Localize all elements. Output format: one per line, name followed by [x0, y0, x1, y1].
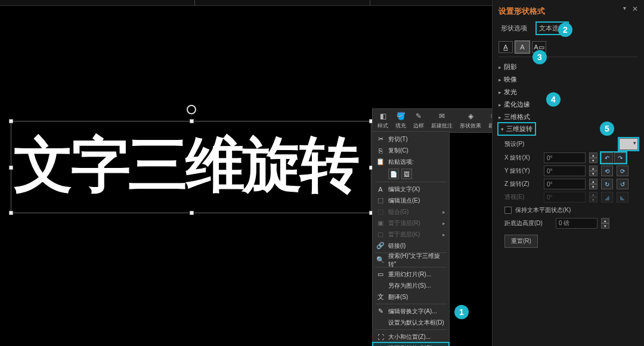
x-rot-label: X 旋转(X) — [504, 154, 540, 162]
reuse-slide-item[interactable]: ▭重用幻灯片(R)... — [373, 269, 449, 280]
paste-keep-source-icon[interactable]: 📄 — [388, 169, 399, 179]
paste-option-buttons: 📄 🖼 — [373, 167, 449, 180]
paste-options-label: 📋粘贴选项: — [373, 156, 449, 167]
link-icon: 🔗 — [376, 242, 385, 250]
edit-text-item[interactable]: A编辑文字(X) — [373, 183, 449, 195]
distance-value[interactable]: 0 磅 — [556, 218, 597, 229]
text-effects-icon[interactable]: A — [515, 41, 530, 53]
tab-shape-options[interactable]: 形状选项 — [499, 23, 530, 34]
comment-button[interactable]: ✉新建批注 — [428, 110, 456, 131]
rotation-handle[interactable] — [187, 105, 196, 114]
perspective-value: 0° — [544, 192, 586, 202]
rotate-down-icon[interactable]: ⟳ — [617, 166, 628, 176]
z-rot-value[interactable]: 0° — [544, 179, 586, 189]
border-button[interactable]: ✎边框 — [410, 110, 428, 131]
paste-picture-icon[interactable]: 🖼 — [401, 169, 412, 179]
preset-dropdown[interactable] — [619, 138, 638, 150]
x-rot-spinner[interactable]: ▴▾ — [589, 152, 597, 163]
set-default-item[interactable]: 设置为默认文本框(D) — [373, 317, 449, 328]
border-icon: ✎ — [414, 111, 423, 121]
copy-item[interactable]: ⎘复制(C) — [373, 145, 449, 156]
size-icon: ⛶ — [376, 333, 385, 341]
reset-button[interactable]: 重置(R) — [504, 235, 538, 248]
submenu-arrow-icon: ▸ — [442, 220, 445, 226]
bring-front-item: ▣置于顶层(R)▸ — [373, 217, 449, 229]
fill-icon: 🪣 — [396, 111, 405, 121]
distance-spinner[interactable]: ▴▾ — [601, 218, 609, 229]
context-menu: ✂剪切(T) ⎘复制(C) 📋粘贴选项: 📄 🖼 A编辑文字(X) ⬚编辑顶点(… — [372, 131, 450, 346]
section-list: 阴影 映像 发光 柔化边缘 三维格式 三维旋转 — [499, 61, 638, 135]
x-rotation-row: X 旋转(X) 0° ▴▾ ↶ ↷ — [504, 152, 638, 163]
save-as-picture-item[interactable]: 另存为图片(S)... — [373, 280, 449, 291]
preset-row: 预设(P) — [504, 138, 638, 150]
section-3d-format[interactable]: 三维格式 — [499, 111, 638, 123]
perspective-spinner: ▴▾ — [589, 192, 597, 202]
y-rot-value[interactable]: 0° — [544, 166, 586, 176]
format-shape-panel: 设置形状格式 ▾ ✕ 形状选项 文本选项 A A A▭ 阴影 映像 发光 柔化边… — [492, 0, 644, 346]
section-3d-rotation[interactable]: 三维旋转 — [499, 123, 535, 135]
search-item[interactable]: 🔍搜索(H)"文字三维旋转" — [373, 254, 449, 266]
perspective-narrow-icon: ◢ — [601, 192, 613, 202]
text-option-icons: A A A▭ — [499, 41, 638, 57]
main-text[interactable]: 文字三维旋转 — [11, 121, 371, 207]
section-glow[interactable]: 发光 — [499, 86, 638, 98]
section-shadow[interactable]: 阴影 — [499, 61, 638, 73]
callout-badge-5: 5 — [600, 121, 614, 136]
resize-handle[interactable] — [9, 119, 13, 123]
close-icon[interactable]: ✕ — [632, 5, 638, 13]
keep-text-flat-checkbox[interactable]: 保持文本平面状态(K) — [504, 206, 638, 214]
fill-button[interactable]: 🪣填充 — [392, 110, 410, 131]
alt-text-item[interactable]: ✎编辑替换文字(A)... — [373, 306, 449, 317]
alt-text-icon: ✎ — [376, 307, 385, 315]
x-rot-buttons: ↶ ↷ — [601, 152, 626, 163]
cut-icon: ✂ — [376, 135, 385, 143]
front-icon: ▣ — [376, 219, 385, 227]
rotate-up-icon[interactable]: ⟲ — [601, 166, 613, 176]
keep-flat-label: 保持文本平面状态(K) — [515, 206, 571, 214]
submenu-arrow-icon: ▸ — [442, 232, 445, 238]
style-icon: ◧ — [378, 111, 388, 121]
selected-textbox[interactable]: 文字三维旋转 — [11, 121, 371, 213]
y-rotation-row: Y 旋转(Y) 0° ▴▾ ⟲ ⟳ — [504, 166, 638, 176]
z-rotation-row: Z 旋转(Z) 0° ▴▾ ↻ ↺ — [504, 179, 638, 189]
callout-badge-4: 4 — [546, 92, 561, 107]
text-fill-icon[interactable]: A — [499, 41, 513, 53]
preset-label: 预设(P) — [504, 140, 540, 148]
rotate-ccw-icon[interactable]: ↺ — [617, 179, 628, 189]
edit-points-item[interactable]: ⬚编辑顶点(E) — [373, 195, 449, 206]
rotate-cw-icon[interactable]: ↻ — [601, 179, 613, 189]
separator — [375, 329, 447, 330]
resize-handle[interactable] — [190, 211, 194, 215]
translate-icon: 文 — [376, 292, 385, 301]
panel-title: 设置形状格式 — [499, 4, 638, 19]
search-icon: 🔍 — [376, 256, 385, 264]
rotation-controls: 预设(P) X 旋转(X) 0° ▴▾ ↶ ↷ Y 旋转(Y) 0° ▴▾ ⟲ … — [504, 138, 638, 202]
style-button[interactable]: ◧样式 — [374, 110, 392, 131]
rotate-right-icon[interactable]: ↷ — [614, 152, 626, 163]
translate-item[interactable]: 文翻译(S) — [373, 291, 449, 303]
edit-points-icon: ⬚ — [376, 197, 385, 204]
ruler — [0, 0, 492, 6]
x-rot-value[interactable]: 0° — [544, 152, 586, 163]
section-soft-edges[interactable]: 柔化边缘 — [499, 98, 638, 111]
pin-icon[interactable]: ▾ — [623, 5, 626, 11]
resize-handle[interactable] — [9, 211, 13, 215]
effects-icon: ◈ — [466, 111, 475, 121]
format-shape-item[interactable]: ✦设置形状格式(O)... — [373, 342, 449, 346]
edit-text-icon: A — [376, 186, 385, 193]
cut-item[interactable]: ✂剪切(T) — [373, 133, 449, 145]
slide-icon: ▭ — [376, 270, 385, 278]
effects-button[interactable]: ◈形状效果 — [456, 110, 485, 131]
size-position-item[interactable]: ⛶大小和位置(Z)... — [373, 331, 449, 342]
copy-icon: ⎘ — [376, 147, 385, 154]
resize-handle[interactable] — [9, 166, 13, 170]
checkbox-icon — [504, 207, 512, 214]
y-rot-spinner[interactable]: ▴▾ — [589, 166, 597, 176]
rotate-left-icon[interactable]: ↶ — [601, 152, 613, 163]
section-reflection[interactable]: 映像 — [499, 73, 638, 86]
link-item[interactable]: 🔗链接(I) — [373, 240, 449, 251]
separator — [375, 182, 447, 182]
z-rot-spinner[interactable]: ▴▾ — [589, 179, 597, 189]
resize-handle[interactable] — [190, 119, 194, 123]
y-rot-label: Y 旋转(Y) — [504, 167, 540, 175]
